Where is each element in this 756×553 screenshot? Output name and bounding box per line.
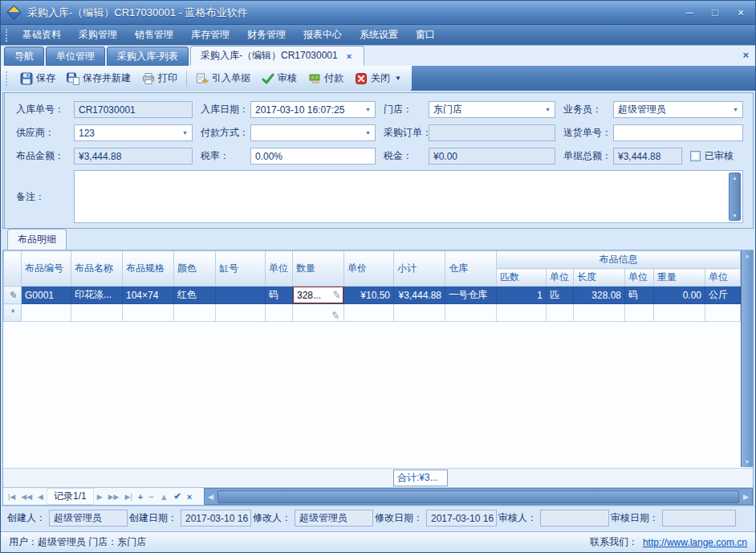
import-document-button[interactable]: 引入单据 [190,69,256,87]
post-record-button[interactable]: ✔ [172,491,184,502]
tabstrip-close-icon[interactable]: × [742,50,749,60]
scroll-up-icon[interactable]: ▲ [732,175,738,181]
col-header-subtotal[interactable]: 小计 [394,251,445,287]
cell-empty[interactable] [574,304,625,322]
cell-empty[interactable] [22,304,71,322]
grid-vertical-scrollbar[interactable]: ▲ ▼ [741,250,753,467]
chevron-down-icon[interactable]: ▼ [362,130,371,136]
col-header-weight[interactable]: 重量 [654,269,705,287]
col-header-color[interactable]: 颜色 [174,251,216,287]
menu-window[interactable]: 窗口 [407,25,444,45]
close-button[interactable]: × [733,6,749,18]
cell-empty[interactable] [344,304,394,322]
payment-button[interactable]: 付款 [303,69,349,87]
save-button[interactable]: 保存 [14,69,61,87]
cell-length[interactable]: 328.08 [574,287,625,304]
qty-value[interactable]: 328... [297,290,332,301]
tab-unit-management[interactable]: 单位管理 [46,47,105,66]
cell-empty[interactable] [71,304,123,322]
payment-method-combo[interactable]: ▼ [250,124,376,141]
cell-empty[interactable] [266,304,293,322]
delivery-no-input[interactable] [613,124,743,141]
delete-record-button[interactable]: − [146,492,156,502]
store-combo[interactable]: 东门店▼ [429,101,555,118]
menu-inventory[interactable]: 库存管理 [182,25,238,45]
col-header-weight-unit[interactable]: 单位 [705,269,741,287]
next-record-button[interactable]: ▶ [95,493,105,501]
col-header-pieces-unit[interactable]: 单位 [547,269,574,287]
col-header-unit[interactable]: 单位 [266,251,293,287]
next-page-button[interactable]: ▶▶ [106,493,122,501]
scroll-down-icon[interactable]: ▼ [732,213,738,218]
cell-weight[interactable]: 0.00 [654,287,705,304]
scroll-up-icon[interactable]: ▲ [745,253,750,258]
cell-vat[interactable] [216,287,266,304]
tab-close-icon[interactable]: × [344,51,354,62]
last-record-button[interactable]: ▶| [122,493,134,501]
tab-navigation[interactable]: 导航 [4,47,44,66]
cell-pieces[interactable]: 1 [497,287,547,304]
print-button[interactable]: 打印 [136,69,183,87]
menu-finance[interactable]: 财务管理 [238,25,295,45]
chevron-down-icon[interactable]: ▼ [542,107,551,112]
tab-purchase-list[interactable]: 采购入库-列表 [107,47,189,66]
chevron-down-icon[interactable]: ▼ [179,130,188,136]
cell-length-unit[interactable]: 码 [625,287,654,304]
close-form-button[interactable]: 关闭 ▼ [349,69,407,87]
tab-fabric-detail[interactable]: 布品明细 [7,229,67,250]
pencil-icon[interactable]: ✎ [331,288,342,302]
col-header-spec[interactable]: 布品规格 [123,251,174,287]
menu-sales[interactable]: 销售管理 [126,25,182,45]
chevron-down-icon[interactable]: ▼ [395,75,401,82]
cell-empty[interactable] [705,304,741,322]
cell-qty-new[interactable]: ✎ [293,304,344,322]
qty-editor[interactable]: 328... ✎ [293,287,343,303]
menu-settings[interactable]: 系统设置 [351,25,407,45]
cell-empty[interactable] [174,304,216,322]
tab-purchase-edit[interactable]: 采购入库-（编辑）CR17030001 × [190,46,364,66]
scroll-down-icon[interactable]: ▼ [745,459,750,465]
col-header-warehouse[interactable]: 仓库 [445,251,497,287]
cell-empty[interactable] [216,304,266,322]
col-header-vat[interactable]: 缸号 [216,251,266,287]
remarks-scrollbar[interactable]: ▲ ▼ [729,173,741,221]
scroll-right-icon[interactable]: ▶ [740,493,752,501]
salesman-combo[interactable]: 超级管理员▼ [613,101,743,118]
cell-spec[interactable]: 104×74 [123,287,174,304]
cell-unit[interactable]: 码 [266,287,293,304]
order-date-combo[interactable]: 2017-03-10 16:07:25▼ [250,101,376,118]
tax-rate-input[interactable]: 0.00% [250,148,376,165]
grid-data-row[interactable]: ✎ G0001 印花涤... 104×74 红色 码 328... ✎ ¥10.… [4,287,741,304]
col-header-length[interactable]: 长度 [574,269,625,287]
grid-horizontal-scrollbar[interactable]: ◀ ▶ [204,488,753,505]
col-header-code[interactable]: 布品编号 [22,251,71,287]
audited-checkbox[interactable] [690,151,701,161]
cell-empty[interactable] [654,304,705,322]
menu-basic-data[interactable]: 基础资料 [14,25,70,45]
chevron-down-icon[interactable]: ▼ [362,107,371,112]
scrollbar-thumb[interactable] [217,490,739,503]
supplier-combo[interactable]: 123▼ [74,124,193,141]
edit-record-button[interactable]: ▲ [157,492,171,502]
remarks-textarea[interactable]: ▲ ▼ [74,170,743,223]
cell-price[interactable]: ¥10.50 [344,287,394,304]
cell-pieces-unit[interactable]: 匹 [547,287,574,304]
insert-record-button[interactable]: + [136,492,145,502]
grid-new-row[interactable]: * ✎ [4,304,741,322]
prev-record-button[interactable]: ◀ [35,493,46,501]
minimize-button[interactable]: ─ [681,6,697,18]
scroll-left-icon[interactable]: ◀ [205,493,217,501]
col-header-name[interactable]: 布品名称 [71,251,123,287]
maximize-button[interactable]: □ [707,6,723,18]
cell-qty-editor[interactable]: 328... ✎ [293,287,344,304]
cell-color[interactable]: 红色 [174,287,216,304]
chevron-down-icon[interactable]: ▼ [730,107,738,112]
cell-name[interactable]: 印花涤... [71,287,123,304]
audit-button[interactable]: 审核 [256,69,303,87]
col-header-price[interactable]: 单价 [344,251,394,287]
menu-purchase[interactable]: 采购管理 [70,25,126,45]
col-header-qty[interactable]: 数量 [293,251,344,287]
cell-empty[interactable] [625,304,654,322]
row-edit-pencil-icon[interactable]: ✎ [4,287,22,304]
cell-empty[interactable] [547,304,574,322]
